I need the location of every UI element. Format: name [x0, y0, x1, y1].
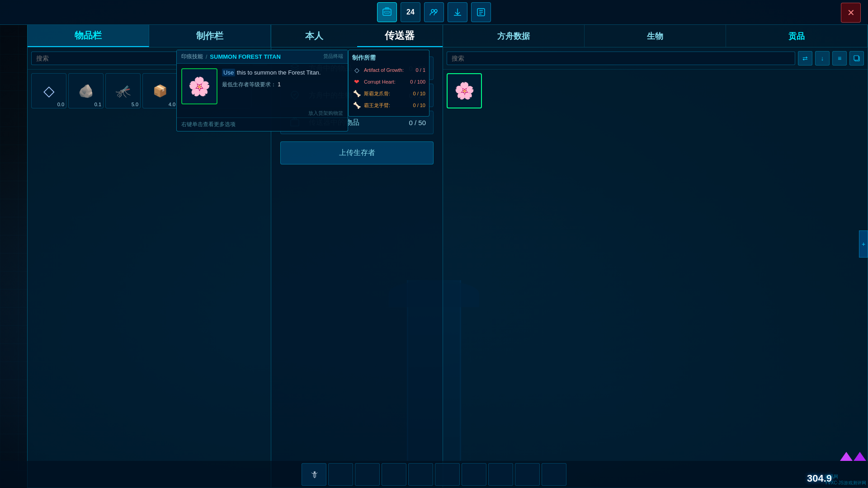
- book-icon-btn[interactable]: [471, 2, 491, 22]
- item-icon-rock: 🪨: [75, 80, 97, 102]
- heart-icon: ❤: [352, 77, 361, 86]
- item-icon-bug: 🦟: [112, 80, 134, 102]
- svg-point-3: [434, 9, 437, 12]
- tooltip-item-image: 🌸: [181, 68, 217, 104]
- side-arrows-decoration: [840, 452, 866, 461]
- hotbar-slot-3[interactable]: [355, 463, 380, 486]
- right-search-bar: ⇄ ↓ ≡: [443, 47, 868, 70]
- bottom-hotbar: 🗡: [0, 461, 868, 488]
- hotbar-slot-9[interactable]: [515, 463, 540, 486]
- item-cell-box[interactable]: 📦 4.0: [142, 73, 178, 108]
- hotbar-slot-5[interactable]: [408, 463, 433, 486]
- item-icon-diamond: ◇: [38, 80, 60, 102]
- tooltip-end-label: 货品终端: [323, 53, 343, 60]
- selected-item-preview[interactable]: 🌸: [447, 73, 482, 108]
- tooltip-header: 印痕技能 / SUMMON FOREST TITAN 货品终端: [177, 50, 348, 64]
- tooltip-footer: 右键单击查看更多选项: [177, 117, 348, 131]
- claw-icon: 🦴: [352, 89, 361, 98]
- heart-count: 0 / 100: [410, 79, 425, 84]
- arm-name: 霸王龙手臂:: [364, 102, 410, 109]
- item-count-rock: 0.1: [94, 102, 101, 107]
- item-count-box: 4.0: [169, 102, 175, 107]
- requirements-panel: 制作所需 ◇ Artifact of Growth: 0 / 1 ❤ Corru…: [348, 50, 429, 117]
- artifact-icon: ◇: [352, 66, 361, 75]
- tooltip-body: 🌸 Use this to summon the Forest Titan. 最…: [177, 64, 348, 109]
- arm-count: 0 / 10: [413, 103, 425, 108]
- req-title: 制作所需: [352, 54, 425, 62]
- tooltip-description: Use this to summon the Forest Titan.: [222, 68, 343, 77]
- main-panels: 物品栏 制作栏 ⇄ ↓ ≡ ◇ 0.0 🪨 0.1 🦟: [27, 25, 868, 488]
- inventory-grid: ◇ 0.0 🪨 0.1 🦟 5.0 📦 4.0: [28, 70, 271, 488]
- artifact-name: Artifact of Growth:: [364, 67, 413, 73]
- tab-self[interactable]: 本人: [271, 25, 357, 47]
- tooltip-item-name: SUMMON FOREST TITAN: [210, 53, 280, 60]
- item-icon-box: 📦: [149, 80, 171, 102]
- artifact-count: 0 / 1: [416, 67, 425, 73]
- tooltip-breadcrumb: 印痕技能: [181, 53, 203, 61]
- claw-name: 斯霸龙爪骨:: [364, 90, 410, 97]
- right-search-input[interactable]: [447, 52, 795, 65]
- right-item-grid: 🌸: [443, 70, 868, 488]
- right-panel: 方舟数据 生物 贡品 ⇄ ↓ ≡ 🌸: [443, 25, 868, 488]
- req-item-claw: 🦴 斯霸龙爪骨: 0 / 10: [352, 89, 425, 98]
- download-icon-btn[interactable]: [448, 2, 467, 22]
- tab-tribute[interactable]: 贡品: [726, 25, 868, 47]
- req-item-arm: 🦴 霸王龙手臂: 0 / 10: [352, 101, 425, 110]
- hotbar-slot-10[interactable]: [542, 463, 566, 486]
- right-filter-btn[interactable]: ≡: [832, 51, 847, 66]
- item-cell-rock[interactable]: 🪨 0.1: [68, 73, 104, 108]
- right-sort-btn-2[interactable]: ↓: [815, 51, 830, 66]
- svg-rect-1: [384, 11, 390, 13]
- svg-point-2: [431, 9, 434, 12]
- claw-count: 0 / 10: [413, 91, 425, 96]
- item-cell-diamond[interactable]: ◇ 0.0: [31, 73, 66, 108]
- heart-name: Corrupt Heart:: [364, 79, 407, 84]
- group-icon-btn[interactable]: [424, 2, 444, 22]
- breadcrumb-separator: /: [206, 54, 207, 60]
- upload-survivor-button[interactable]: 上传生存者: [280, 141, 434, 164]
- tab-creatures[interactable]: 生物: [585, 25, 726, 47]
- tab-ark-data[interactable]: 方舟数据: [443, 25, 585, 47]
- item-count-bug: 5.0: [132, 102, 138, 107]
- item-cell-bug[interactable]: 🦟 5.0: [105, 73, 141, 108]
- hotbar-slot-1[interactable]: 🗡: [302, 463, 326, 486]
- req-item-heart: ❤ Corrupt Heart: 0 / 100: [352, 77, 425, 86]
- top-bar: 24 ✕: [0, 0, 868, 25]
- right-copy-btn[interactable]: [849, 51, 864, 66]
- tab-inventory[interactable]: 物品栏: [28, 25, 149, 47]
- inventory-icon-btn[interactable]: [377, 2, 397, 22]
- right-panel-tabs: 方舟数据 生物 贡品: [443, 25, 868, 47]
- arm-icon: 🦴: [352, 101, 361, 110]
- transfer-transmitter-count: 0 / 50: [409, 119, 426, 127]
- tooltip-info: Use this to summon the Forest Titan. 最低生…: [222, 68, 343, 104]
- close-button[interactable]: ✕: [841, 3, 861, 23]
- item-tooltip: 印痕技能 / SUMMON FOREST TITAN 货品终端 🌸 Use th…: [176, 50, 348, 131]
- level-badge: 24: [401, 2, 420, 22]
- center-tabs: 本人 传送器: [271, 25, 443, 47]
- side-expand-button[interactable]: +: [859, 230, 868, 258]
- hotbar-slot-2[interactable]: [328, 463, 353, 486]
- req-item-artifact: ◇ Artifact of Growth: 0 / 1: [352, 66, 425, 75]
- hotbar-slot-8[interactable]: [488, 463, 513, 486]
- tab-transmitter[interactable]: 传送器: [357, 25, 443, 47]
- svg-rect-7: [854, 56, 859, 60]
- hotbar-slot-7[interactable]: [462, 463, 486, 486]
- hotbar-slot-4[interactable]: [382, 463, 406, 486]
- right-sort-btn-1[interactable]: ⇄: [798, 51, 812, 66]
- left-panel-tabs: 物品栏 制作栏: [28, 25, 271, 47]
- tooltip-level-req: 最低生存者等级要求： 1: [222, 81, 343, 89]
- item-count-diamond: 0.0: [57, 102, 64, 107]
- hotbar-slot-6[interactable]: [435, 463, 460, 486]
- tooltip-source: 放入货架购物篮: [177, 109, 348, 117]
- watermark: 游讯网 YVXC·JS游戏测评网: [825, 474, 866, 486]
- tab-craft[interactable]: 制作栏: [149, 25, 271, 47]
